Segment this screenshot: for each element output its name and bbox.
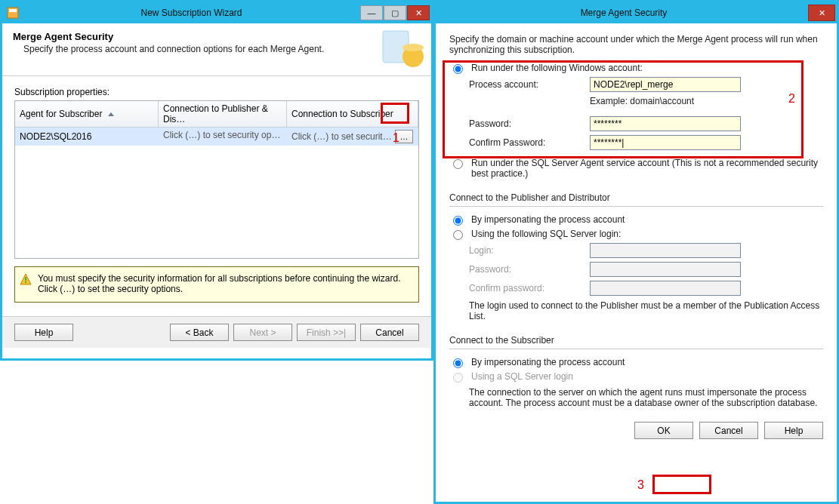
radio-pd-sqllogin-label: Using the following SQL Server login: (471, 229, 621, 239)
column-agent-for-subscriber[interactable]: Agent for Subscriber (15, 101, 159, 127)
pd-confirm-label: Confirm password: (469, 283, 590, 293)
password-input[interactable] (590, 116, 741, 131)
dialog-cancel-button[interactable]: Cancel (699, 422, 758, 439)
column-connection-subscriber[interactable]: Connection to Subscriber (287, 101, 418, 127)
pd-login-input (590, 243, 741, 258)
radio-pd-impersonate-label: By impersonating the process account (471, 214, 625, 225)
warning-icon (20, 273, 32, 285)
radio-sub-impersonate[interactable] (453, 358, 463, 368)
pd-password-input (590, 262, 741, 277)
group-subscriber: Connect to the Subscriber (449, 335, 823, 346)
warning-text: You must specify the security informatio… (38, 273, 400, 294)
group-publisher-distributor: Connect to the Publisher and Distributor (449, 192, 823, 203)
radio-run-windows-account[interactable] (453, 64, 463, 74)
table-row[interactable]: NODE2\SQL2016 Click (…) to set security … (15, 128, 418, 146)
sort-asc-icon (108, 112, 114, 116)
svg-rect-7 (25, 281, 26, 283)
radio-run-sqlagent-label: Run under the SQL Server Agent service a… (471, 158, 823, 179)
cell-conn-pub: Click (…) to set security opti… (159, 128, 287, 146)
pd-confirm-input (590, 281, 741, 296)
radio-sub-sqllogin-label: Using a SQL Server login (471, 371, 573, 382)
sub-note: The connection to the server on which th… (469, 387, 823, 408)
dialog-intro: Specify the domain or machine account un… (449, 34, 823, 55)
confirm-password-label: Confirm Password: (469, 137, 590, 148)
minimize-button[interactable]: — (360, 5, 383, 20)
app-icon (7, 7, 19, 19)
pd-login-label: Login: (469, 245, 590, 256)
page-heading: Merge Agent Security (13, 31, 421, 42)
radio-run-windows-label: Run under the following Windows account: (471, 63, 643, 73)
svg-point-4 (403, 44, 424, 51)
next-button[interactable]: Next > (233, 324, 292, 341)
svg-rect-1 (9, 9, 17, 12)
maximize-button[interactable]: ▢ (384, 5, 406, 20)
subscription-properties-grid[interactable]: Agent for Subscriber Connection to Publi… (14, 100, 419, 259)
callout-num-2: 2 (788, 92, 795, 106)
wizard-decoration-icon (381, 28, 427, 70)
radio-sub-impersonate-label: By impersonating the process account (471, 357, 625, 367)
pd-note: The login used to connect to the Publish… (469, 300, 823, 321)
radio-sub-sqllogin (453, 373, 463, 383)
page-subheading: Specify the process account and connecti… (23, 44, 421, 54)
radio-pd-impersonate[interactable] (453, 216, 463, 226)
close-button[interactable]: ✕ (407, 5, 430, 20)
column-connection-publisher[interactable]: Connection to Publisher & Dis… (159, 101, 287, 127)
back-button[interactable]: < Back (170, 324, 229, 341)
cell-agent: NODE2\SQL2016 (15, 128, 159, 146)
process-account-label: Process account: (469, 79, 590, 90)
dialog-close-button[interactable]: ✕ (808, 5, 835, 21)
radio-run-sqlagent[interactable] (453, 159, 463, 169)
window-title: New Subscription Wizard (23, 8, 359, 18)
help-button[interactable]: Help (14, 324, 73, 341)
ok-button[interactable]: OK (634, 422, 693, 439)
pd-password-label: Password: (469, 264, 590, 275)
grid-label: Subscription properties: (14, 87, 419, 97)
callout-num-3: 3 (637, 478, 644, 492)
cancel-button[interactable]: Cancel (360, 324, 419, 341)
svg-rect-6 (25, 277, 26, 281)
finish-button[interactable]: Finish >>| (297, 324, 356, 341)
password-label: Password: (469, 118, 590, 129)
dialog-title: Merge Agent Security (440, 8, 807, 18)
process-account-input[interactable] (590, 77, 741, 92)
warning-panel: You must specify the security informatio… (14, 266, 419, 303)
process-account-example: Example: domain\account (590, 96, 694, 106)
dialog-help-button[interactable]: Help (764, 422, 823, 439)
radio-pd-sqllogin[interactable] (453, 230, 463, 240)
callout-num-1: 1 (393, 131, 399, 145)
confirm-password-input[interactable] (590, 135, 741, 150)
